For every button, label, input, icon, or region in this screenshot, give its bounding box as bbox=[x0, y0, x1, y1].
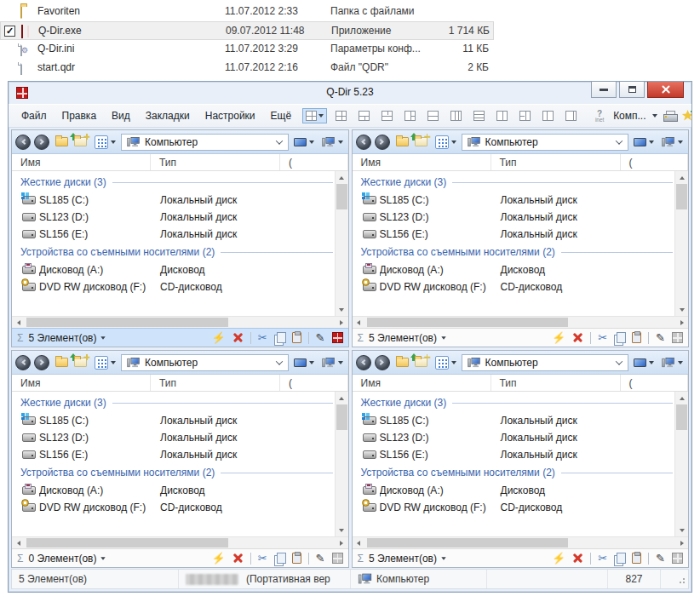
drive-row[interactable]: SL185 (C:)Локальный диск bbox=[353, 192, 675, 209]
group-header[interactable]: Устройства со съемными носителями (2) bbox=[353, 463, 675, 482]
column-header-type[interactable]: Тип bbox=[151, 375, 280, 391]
cut-icon[interactable]: ✂ bbox=[258, 553, 267, 564]
layout-two-vertical-button[interactable] bbox=[493, 108, 511, 123]
folder-up-button[interactable] bbox=[55, 358, 68, 367]
layout-columns-button[interactable] bbox=[447, 108, 465, 123]
address-combobox[interactable]: Компьютер bbox=[462, 134, 629, 151]
address-combobox[interactable]: Компьютер bbox=[462, 354, 629, 371]
vertical-scrollbar[interactable] bbox=[674, 392, 688, 536]
checkbox-checked[interactable]: ✓ bbox=[4, 26, 15, 37]
cut-icon[interactable]: ✂ bbox=[598, 332, 607, 343]
close-button[interactable] bbox=[647, 82, 684, 98]
column-header-type[interactable]: Тип bbox=[491, 375, 621, 391]
forward-button[interactable] bbox=[375, 135, 390, 150]
drive-row[interactable]: SL123 (D:)Локальный диск bbox=[12, 429, 335, 446]
drive-row[interactable]: SL185 (C:)Локальный диск bbox=[12, 412, 335, 429]
drive-row[interactable]: SL185 (C:)Локальный диск bbox=[353, 412, 675, 429]
new-folder-button[interactable] bbox=[74, 137, 87, 146]
file-row[interactable]: Favoriten11.07.2012 2:33Папка с файлами bbox=[0, 3, 494, 21]
pane-item-count[interactable]: 5 Элемент(ов) bbox=[28, 332, 96, 344]
drive-row[interactable]: SL123 (D:)Локальный диск bbox=[353, 429, 675, 446]
combo-dropdown-icon[interactable] bbox=[275, 358, 282, 364]
layout-two-horizontal-button[interactable] bbox=[424, 108, 442, 123]
qdir-pane-icon[interactable] bbox=[332, 332, 343, 343]
vertical-scroll-thumb[interactable] bbox=[336, 184, 347, 209]
column-header-name[interactable]: Имя bbox=[12, 375, 151, 391]
file-row[interactable]: ✓Q-Dir.exe09.07.2012 11:48Приложение1 71… bbox=[0, 21, 494, 40]
back-button[interactable] bbox=[356, 135, 371, 150]
layout-left-right-split-button[interactable] bbox=[401, 108, 419, 123]
forward-button[interactable] bbox=[34, 355, 49, 370]
paste-icon[interactable] bbox=[632, 332, 641, 343]
scroll-left-button[interactable] bbox=[353, 317, 365, 328]
pane-item-count[interactable]: 5 Элемент(ов) bbox=[369, 553, 437, 565]
address-combobox[interactable]: Компьютер bbox=[121, 134, 289, 151]
scroll-up-button[interactable] bbox=[336, 171, 348, 184]
combo-dropdown-icon[interactable] bbox=[275, 137, 282, 144]
drive-row[interactable]: DVD RW дисковод (F:)CD-дисковод bbox=[353, 499, 675, 516]
horizontal-scrollbar[interactable] bbox=[353, 536, 689, 548]
views-button[interactable] bbox=[93, 135, 118, 150]
cut-icon[interactable]: ✂ bbox=[598, 553, 607, 564]
column-header-extra[interactable]: ( bbox=[280, 154, 348, 170]
drive-row[interactable]: SL123 (D:)Локальный диск bbox=[353, 209, 675, 226]
lightning-icon[interactable]: ⚡ bbox=[552, 332, 565, 343]
resize-grip[interactable] bbox=[676, 575, 685, 583]
scroll-down-button[interactable] bbox=[336, 303, 348, 316]
qdir-pane-icon[interactable] bbox=[672, 553, 683, 564]
edit-icon[interactable]: ✎ bbox=[656, 553, 665, 564]
lightning-icon[interactable]: ⚡ bbox=[552, 553, 565, 564]
cut-icon[interactable]: ✂ bbox=[258, 332, 267, 343]
drive-row[interactable]: DVD RW дисковод (F:)CD-дисковод bbox=[353, 278, 675, 295]
drive-row[interactable]: DVD RW дисковод (F:)CD-дисковод bbox=[12, 278, 335, 295]
file-row[interactable]: ⚙Q-Dir.ini11.07.2012 3:29Параметры конф.… bbox=[0, 40, 494, 59]
scroll-down-button[interactable] bbox=[336, 524, 348, 536]
vertical-scrollbar[interactable] bbox=[335, 392, 348, 536]
group-header[interactable]: Устройства со съемными носителями (2) bbox=[12, 463, 335, 482]
goto-computer-button[interactable] bbox=[319, 356, 345, 370]
forward-button[interactable] bbox=[375, 355, 390, 370]
combo-dropdown-icon[interactable] bbox=[616, 137, 623, 144]
views-button[interactable] bbox=[93, 355, 118, 370]
scroll-left-button[interactable] bbox=[12, 317, 25, 328]
scroll-right-button[interactable] bbox=[675, 537, 688, 548]
drive-row[interactable]: SL156 (E:)Локальный диск bbox=[353, 446, 675, 463]
inet-icon[interactable]: ?inet bbox=[592, 108, 607, 123]
delete-icon[interactable] bbox=[572, 553, 583, 564]
address-combobox[interactable]: Компьютер bbox=[121, 354, 289, 371]
goto-computer-button[interactable] bbox=[319, 135, 345, 149]
views-button[interactable] bbox=[433, 135, 458, 150]
pane-item-count[interactable]: 5 Элемент(ов) bbox=[369, 332, 437, 344]
vertical-scrollbar[interactable] bbox=[335, 171, 348, 316]
goto-computer-button[interactable] bbox=[659, 135, 685, 149]
chevron-down-icon[interactable] bbox=[101, 336, 106, 340]
group-header[interactable]: Жесткие диски (3) bbox=[353, 393, 675, 412]
layout-right-pane-button[interactable] bbox=[562, 108, 580, 123]
vertical-scroll-thumb[interactable] bbox=[336, 404, 347, 430]
print-icon[interactable] bbox=[663, 111, 676, 121]
scroll-right-button[interactable] bbox=[336, 537, 348, 548]
scroll-up-button[interactable] bbox=[675, 392, 688, 404]
column-header-extra[interactable]: ( bbox=[621, 154, 689, 170]
qdir-pane-icon[interactable] bbox=[332, 553, 343, 564]
scroll-up-button[interactable] bbox=[675, 171, 688, 184]
chevron-down-icon[interactable] bbox=[101, 557, 106, 560]
copy-icon[interactable] bbox=[274, 553, 285, 565]
file-row[interactable]: start.qdr11.07.2012 2:16Файл "QDR"2 КБ bbox=[0, 59, 494, 77]
column-header-name[interactable]: Имя bbox=[353, 375, 491, 391]
menu-item-Вид[interactable]: Вид bbox=[104, 106, 138, 125]
folder-up-button[interactable] bbox=[55, 137, 68, 146]
paste-icon[interactable] bbox=[292, 553, 301, 564]
forward-button[interactable] bbox=[34, 135, 49, 150]
horizontal-scroll-thumb[interactable] bbox=[367, 318, 569, 327]
title-bar[interactable]: Q-Dir 5.23 bbox=[9, 82, 691, 104]
views-button[interactable] bbox=[433, 355, 458, 370]
drive-row[interactable]: Дисковод (A:)Дисковод bbox=[353, 482, 675, 499]
delete-icon[interactable] bbox=[232, 553, 244, 564]
restore-button[interactable] bbox=[619, 82, 645, 98]
horizontal-scrollbar[interactable] bbox=[353, 316, 689, 328]
layout-quad-button[interactable] bbox=[332, 108, 350, 123]
column-header-name[interactable]: Имя bbox=[12, 154, 151, 170]
edit-icon[interactable]: ✎ bbox=[316, 553, 325, 564]
copy-icon[interactable] bbox=[614, 332, 625, 344]
